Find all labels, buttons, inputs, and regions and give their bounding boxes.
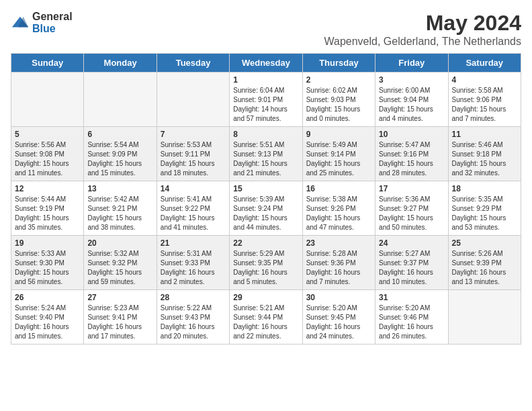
table-row: 30Sunrise: 5:20 AMSunset: 9:45 PMDayligh…: [302, 290, 375, 345]
table-row: 25Sunrise: 5:26 AMSunset: 9:39 PMDayligh…: [448, 236, 521, 290]
table-row: 20Sunrise: 5:32 AMSunset: 9:32 PMDayligh…: [84, 236, 157, 290]
day-info: Sunrise: 5:58 AMSunset: 9:06 PMDaylight:…: [452, 86, 517, 124]
table-row: 16Sunrise: 5:38 AMSunset: 9:26 PMDayligh…: [302, 181, 375, 236]
day-number: 2: [306, 75, 371, 85]
day-info: Sunrise: 5:44 AMSunset: 9:19 PMDaylight:…: [15, 195, 80, 232]
table-row: 19Sunrise: 5:33 AMSunset: 9:30 PMDayligh…: [11, 236, 84, 290]
day-info: Sunrise: 5:54 AMSunset: 9:09 PMDaylight:…: [87, 140, 152, 178]
day-number: 3: [379, 75, 444, 85]
day-number: 25: [452, 238, 517, 248]
header-wednesday: Wednesday: [230, 54, 302, 73]
day-info: Sunrise: 5:46 AMSunset: 9:18 PMDaylight:…: [452, 140, 517, 178]
table-row: 11Sunrise: 5:46 AMSunset: 9:18 PMDayligh…: [448, 127, 521, 181]
day-info: Sunrise: 5:38 AMSunset: 9:26 PMDaylight:…: [306, 195, 371, 232]
logo-text: General Blue: [32, 11, 73, 34]
day-info: Sunrise: 5:20 AMSunset: 9:46 PMDaylight:…: [379, 304, 444, 341]
day-number: 18: [452, 184, 517, 193]
header-sunday: Sunday: [11, 54, 84, 73]
table-row: 26Sunrise: 5:24 AMSunset: 9:40 PMDayligh…: [11, 290, 84, 345]
day-info: Sunrise: 5:29 AMSunset: 9:35 PMDaylight:…: [233, 249, 298, 287]
table-row: 12Sunrise: 5:44 AMSunset: 9:19 PMDayligh…: [11, 181, 84, 236]
table-row: [84, 73, 157, 127]
table-row: 1Sunrise: 6:04 AMSunset: 9:01 PMDaylight…: [230, 73, 302, 127]
day-number: 30: [306, 293, 371, 302]
table-row: 18Sunrise: 5:35 AMSunset: 9:29 PMDayligh…: [448, 181, 521, 236]
calendar-week-row: 5Sunrise: 5:56 AMSunset: 9:08 PMDaylight…: [11, 127, 521, 181]
day-info: Sunrise: 5:41 AMSunset: 9:22 PMDaylight:…: [161, 195, 226, 232]
day-number: 17: [379, 184, 444, 193]
table-row: 17Sunrise: 5:36 AMSunset: 9:27 PMDayligh…: [375, 181, 448, 236]
calendar-subtitle: Wapenveld, Gelderland, The Netherlands: [324, 36, 521, 48]
logo-icon: [11, 13, 30, 32]
table-row: 28Sunrise: 5:22 AMSunset: 9:43 PMDayligh…: [157, 290, 229, 345]
weekday-header-row: Sunday Monday Tuesday Wednesday Thursday…: [11, 54, 521, 73]
day-info: Sunrise: 5:21 AMSunset: 9:44 PMDaylight:…: [233, 304, 298, 341]
table-row: 22Sunrise: 5:29 AMSunset: 9:35 PMDayligh…: [230, 236, 302, 290]
day-number: 11: [452, 130, 517, 139]
table-row: 24Sunrise: 5:27 AMSunset: 9:37 PMDayligh…: [375, 236, 448, 290]
day-number: 7: [161, 130, 226, 139]
table-row: [11, 73, 84, 127]
day-number: 28: [161, 293, 226, 302]
day-info: Sunrise: 5:32 AMSunset: 9:32 PMDaylight:…: [87, 249, 152, 287]
day-info: Sunrise: 5:23 AMSunset: 9:41 PMDaylight:…: [87, 304, 152, 341]
day-number: 29: [233, 293, 298, 302]
day-info: Sunrise: 5:20 AMSunset: 9:45 PMDaylight:…: [306, 304, 371, 341]
table-row: 21Sunrise: 5:31 AMSunset: 9:33 PMDayligh…: [157, 236, 229, 290]
logo-blue-label: Blue: [32, 23, 73, 35]
calendar-title: May 2024: [324, 11, 521, 36]
day-info: Sunrise: 5:47 AMSunset: 9:16 PMDaylight:…: [379, 140, 444, 178]
table-row: 3Sunrise: 6:00 AMSunset: 9:04 PMDaylight…: [375, 73, 448, 127]
table-row: 15Sunrise: 5:39 AMSunset: 9:24 PMDayligh…: [230, 181, 302, 236]
table-row: 23Sunrise: 5:28 AMSunset: 9:36 PMDayligh…: [302, 236, 375, 290]
day-number: 5: [15, 130, 80, 139]
header-saturday: Saturday: [448, 54, 521, 73]
day-number: 23: [306, 238, 371, 248]
logo: General Blue: [11, 11, 73, 34]
day-number: 31: [379, 293, 444, 302]
day-info: Sunrise: 5:26 AMSunset: 9:39 PMDaylight:…: [452, 249, 517, 287]
table-row: 10Sunrise: 5:47 AMSunset: 9:16 PMDayligh…: [375, 127, 448, 181]
table-row: 13Sunrise: 5:42 AMSunset: 9:21 PMDayligh…: [84, 181, 157, 236]
day-info: Sunrise: 5:33 AMSunset: 9:30 PMDaylight:…: [15, 249, 80, 287]
table-row: 6Sunrise: 5:54 AMSunset: 9:09 PMDaylight…: [84, 127, 157, 181]
day-number: 8: [233, 130, 298, 139]
day-info: Sunrise: 5:36 AMSunset: 9:27 PMDaylight:…: [379, 195, 444, 232]
table-row: 2Sunrise: 6:02 AMSunset: 9:03 PMDaylight…: [302, 73, 375, 127]
day-number: 4: [452, 75, 517, 85]
day-number: 27: [87, 293, 152, 302]
header-thursday: Thursday: [302, 54, 375, 73]
table-row: 14Sunrise: 5:41 AMSunset: 9:22 PMDayligh…: [157, 181, 229, 236]
table-row: 4Sunrise: 5:58 AMSunset: 9:06 PMDaylight…: [448, 73, 521, 127]
calendar-table: Sunday Monday Tuesday Wednesday Thursday…: [11, 53, 521, 345]
calendar-week-row: 19Sunrise: 5:33 AMSunset: 9:30 PMDayligh…: [11, 236, 521, 290]
table-row: 5Sunrise: 5:56 AMSunset: 9:08 PMDaylight…: [11, 127, 84, 181]
title-block: May 2024 Wapenveld, Gelderland, The Neth…: [324, 11, 521, 48]
day-number: 1: [233, 75, 298, 85]
table-row: 29Sunrise: 5:21 AMSunset: 9:44 PMDayligh…: [230, 290, 302, 345]
header-friday: Friday: [375, 54, 448, 73]
day-number: 26: [15, 293, 80, 302]
day-info: Sunrise: 5:56 AMSunset: 9:08 PMDaylight:…: [15, 140, 80, 178]
day-number: 22: [233, 238, 298, 248]
day-number: 20: [87, 238, 152, 248]
calendar-week-row: 12Sunrise: 5:44 AMSunset: 9:19 PMDayligh…: [11, 181, 521, 236]
day-info: Sunrise: 5:27 AMSunset: 9:37 PMDaylight:…: [379, 249, 444, 287]
day-number: 10: [379, 130, 444, 139]
day-number: 12: [15, 184, 80, 193]
day-number: 9: [306, 130, 371, 139]
day-info: Sunrise: 5:28 AMSunset: 9:36 PMDaylight:…: [306, 249, 371, 287]
day-number: 24: [379, 238, 444, 248]
day-info: Sunrise: 5:35 AMSunset: 9:29 PMDaylight:…: [452, 195, 517, 232]
day-number: 13: [87, 184, 152, 193]
day-number: 16: [306, 184, 371, 193]
day-info: Sunrise: 5:24 AMSunset: 9:40 PMDaylight:…: [15, 304, 80, 341]
day-number: 19: [15, 238, 80, 248]
table-row: [157, 73, 229, 127]
table-row: 9Sunrise: 5:49 AMSunset: 9:14 PMDaylight…: [302, 127, 375, 181]
day-info: Sunrise: 5:22 AMSunset: 9:43 PMDaylight:…: [161, 304, 226, 341]
day-info: Sunrise: 6:02 AMSunset: 9:03 PMDaylight:…: [306, 86, 371, 124]
day-number: 14: [161, 184, 226, 193]
calendar-week-row: 26Sunrise: 5:24 AMSunset: 9:40 PMDayligh…: [11, 290, 521, 345]
day-info: Sunrise: 5:51 AMSunset: 9:13 PMDaylight:…: [233, 140, 298, 178]
